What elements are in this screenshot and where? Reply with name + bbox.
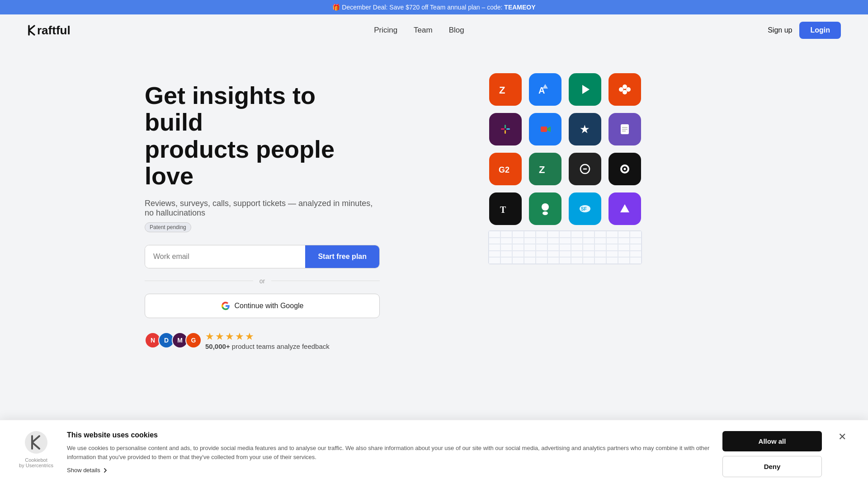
app-icon-googlemeet: [529, 113, 561, 145]
patent-badge: Patent pending: [145, 222, 191, 232]
svg-rect-11: [541, 127, 547, 132]
svg-text:Z: Z: [539, 164, 545, 175]
stars: ★★★★★: [205, 331, 330, 343]
app-icon-surveymonkey: [529, 192, 561, 225]
svg-point-27: [542, 211, 548, 215]
app-icon-clickup: [609, 192, 641, 225]
hero-title-line1: Get insights to build: [145, 82, 316, 136]
social-proof: N D M G ★★★★★ 50,000+ product teams anal…: [145, 331, 380, 350]
hero-title: Get insights to build products people lo…: [145, 82, 380, 190]
hero-left: Get insights to build products people lo…: [145, 73, 380, 350]
signup-link[interactable]: Sign up: [768, 26, 792, 34]
google-icon: [221, 301, 230, 310]
svg-point-4: [623, 90, 627, 94]
svg-point-6: [626, 87, 631, 92]
cookie-content: This website uses cookies We use cookies…: [67, 431, 710, 474]
app-icon-intercom: [569, 153, 601, 185]
nav-team[interactable]: Team: [414, 26, 433, 35]
deny-button[interactable]: Deny: [722, 456, 822, 477]
hero-subtitle-text: Reviews, surveys, calls, support tickets…: [145, 199, 380, 218]
promo-code: TEAMEOY: [504, 4, 535, 11]
proof-count: 50,000+: [205, 343, 230, 350]
google-btn-label: Continue with Google: [235, 302, 304, 310]
cookiebot-label: Cookiebot by Usercentrics: [19, 457, 53, 468]
svg-text:SF: SF: [581, 206, 587, 211]
hero-title-line2: products people love: [145, 136, 335, 189]
svg-rect-10: [505, 130, 506, 134]
login-button[interactable]: Login: [799, 22, 841, 39]
svg-text:G2: G2: [499, 165, 509, 174]
nav-actions: Sign up Login: [768, 22, 841, 39]
chart-placeholder: [488, 230, 642, 264]
app-icon-hubspot: [609, 73, 641, 106]
top-banner: 🎁 December Deal: Save $720 off Team annu…: [0, 0, 868, 14]
avatars: N D M G: [145, 332, 199, 348]
svg-text:Z: Z: [499, 84, 505, 96]
app-icons-grid: Z A ★: [489, 73, 641, 225]
logo[interactable]: raftful: [27, 23, 71, 38]
email-row: Start free plan: [145, 245, 380, 268]
show-details-link[interactable]: Show details: [67, 467, 710, 474]
or-divider: or: [145, 277, 380, 285]
divider-right: [271, 281, 380, 281]
google-signin-button[interactable]: Continue with Google: [145, 294, 380, 318]
cookie-banner: Cookiebot by Usercentrics This website u…: [0, 420, 868, 488]
hero-subtitle: Reviews, surveys, calls, support tickets…: [145, 199, 380, 232]
divider-text: or: [259, 277, 265, 285]
close-cookie-button[interactable]: ✕: [835, 431, 850, 443]
app-icon-salesforce: SF: [569, 192, 601, 225]
app-icon-googleplay: [569, 73, 601, 106]
logo-text: raftful: [37, 23, 71, 38]
app-icon-github: [609, 153, 641, 185]
chevron-right-icon: [102, 467, 108, 474]
svg-point-26: [542, 203, 549, 211]
svg-marker-12: [547, 127, 551, 132]
hero-section: Get insights to build products people lo…: [118, 46, 750, 368]
svg-text:★: ★: [580, 124, 590, 135]
app-icon-notion: [609, 113, 641, 145]
show-details-label: Show details: [67, 467, 100, 474]
nav-pricing[interactable]: Pricing: [374, 26, 397, 35]
logo-icon: [27, 24, 37, 37]
divider-left: [145, 281, 253, 281]
app-icon-capterra: ★: [569, 113, 601, 145]
cookie-body: We use cookies to personalise content an…: [67, 444, 710, 461]
app-icon-typeform: T: [489, 192, 522, 225]
nav-links: Pricing Team Blog: [374, 26, 464, 35]
navbar: raftful Pricing Team Blog Sign up Login: [0, 14, 868, 46]
app-icon-appstore: A: [529, 73, 561, 106]
app-icon-slack: [489, 113, 522, 145]
cookiebot-k-icon: [25, 431, 47, 454]
svg-point-5: [619, 87, 623, 92]
avatar-google: G: [185, 332, 202, 348]
stars-rating: ★★★★★ 50,000+ product teams analyze feed…: [205, 331, 330, 350]
svg-point-24: [624, 168, 626, 170]
svg-rect-7: [501, 128, 505, 130]
svg-marker-30: [620, 204, 629, 212]
app-icon-zapier: Z: [489, 73, 522, 106]
svg-rect-9: [505, 125, 506, 128]
app-icon-g2: G2: [489, 153, 522, 185]
cookie-title: This website uses cookies: [67, 431, 710, 439]
svg-rect-8: [506, 128, 510, 130]
hero-right: Z A ★: [407, 73, 723, 264]
svg-text:T: T: [500, 205, 506, 215]
gift-icon: 🎁: [332, 4, 340, 11]
allow-all-button[interactable]: Allow all: [722, 431, 822, 451]
cookie-actions: Allow all Deny: [722, 431, 822, 477]
svg-marker-2: [582, 85, 590, 94]
email-input[interactable]: [145, 245, 305, 268]
app-icon-zendesk: Z: [529, 153, 561, 185]
nav-blog[interactable]: Blog: [449, 26, 464, 35]
start-free-plan-button[interactable]: Start free plan: [305, 245, 379, 268]
cookiebot-logo: Cookiebot by Usercentrics: [18, 431, 54, 468]
svg-point-3: [623, 84, 627, 89]
proof-text: 50,000+ product teams analyze feedback: [205, 343, 330, 350]
banner-text: December Deal: Save $720 off Team annual…: [342, 4, 504, 11]
proof-desc: product teams analyze feedback: [232, 343, 330, 350]
